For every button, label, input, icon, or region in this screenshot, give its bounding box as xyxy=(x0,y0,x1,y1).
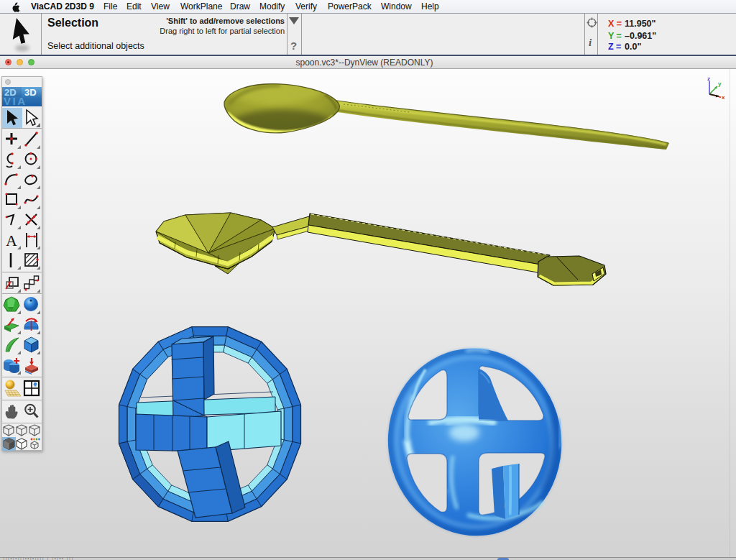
svg-text:A: A xyxy=(6,231,17,249)
svg-text:y: y xyxy=(718,81,722,87)
svg-text:x: x xyxy=(722,94,725,101)
svg-text:z: z xyxy=(707,75,710,82)
